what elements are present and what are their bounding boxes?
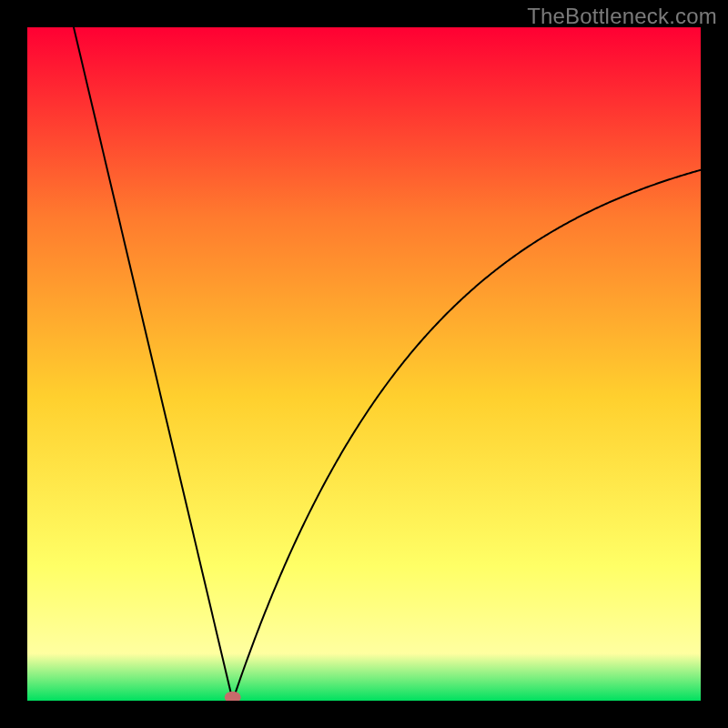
- chart-stage: TheBottleneck.com: [0, 0, 728, 728]
- watermark-label: TheBottleneck.com: [527, 4, 717, 29]
- bottleneck-chart: [27, 27, 701, 701]
- gradient-background: [27, 27, 701, 701]
